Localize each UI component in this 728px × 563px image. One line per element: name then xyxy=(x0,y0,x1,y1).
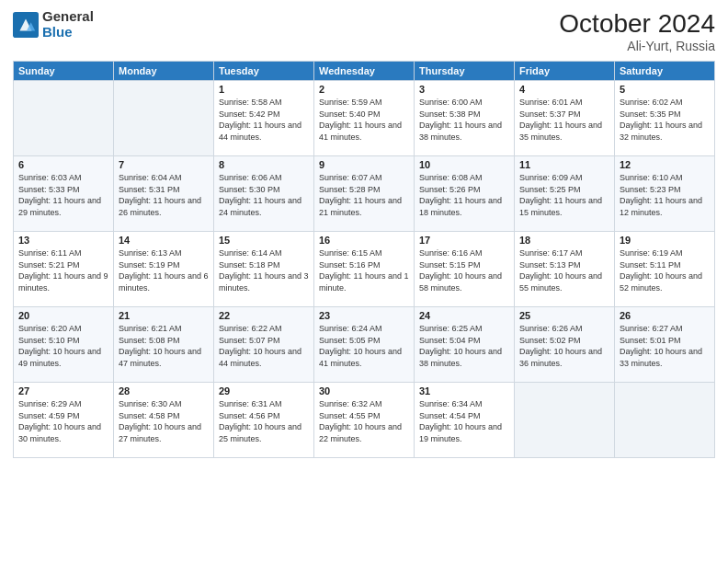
day-number: 17 xyxy=(419,235,509,246)
calendar-table: Sunday Monday Tuesday Wednesday Thursday… xyxy=(13,61,715,458)
day-info: Sunrise: 6:09 AMSunset: 5:25 PMDaylight:… xyxy=(519,172,609,218)
day-cell: 5Sunrise: 6:02 AMSunset: 5:35 PMDaylight… xyxy=(615,81,715,156)
page-header: General Blue October 2024 Ali-Yurt, Russ… xyxy=(13,9,715,53)
day-info: Sunrise: 6:34 AMSunset: 4:54 PMDaylight:… xyxy=(419,398,509,444)
logo-icon xyxy=(13,12,39,38)
logo-blue: Blue xyxy=(42,25,94,40)
day-cell: 1Sunrise: 5:58 AMSunset: 5:42 PMDaylight… xyxy=(214,81,314,156)
day-number: 15 xyxy=(219,235,309,246)
day-cell: 29Sunrise: 6:31 AMSunset: 4:56 PMDayligh… xyxy=(214,383,314,458)
day-info: Sunrise: 6:15 AMSunset: 5:16 PMDaylight:… xyxy=(319,247,409,293)
header-row: Sunday Monday Tuesday Wednesday Thursday… xyxy=(14,62,715,81)
day-number: 18 xyxy=(519,235,609,246)
day-info: Sunrise: 6:02 AMSunset: 5:35 PMDaylight:… xyxy=(620,97,710,143)
day-info: Sunrise: 6:22 AMSunset: 5:07 PMDaylight:… xyxy=(219,323,309,369)
day-cell: 20Sunrise: 6:20 AMSunset: 5:10 PMDayligh… xyxy=(14,307,114,383)
day-number: 19 xyxy=(620,235,710,246)
day-info: Sunrise: 6:31 AMSunset: 4:56 PMDaylight:… xyxy=(219,398,309,444)
day-number: 4 xyxy=(519,84,609,95)
day-info: Sunrise: 6:19 AMSunset: 5:11 PMDaylight:… xyxy=(620,247,710,293)
month-title: October 2024 xyxy=(559,9,715,39)
day-cell: 2Sunrise: 5:59 AMSunset: 5:40 PMDaylight… xyxy=(314,81,415,156)
logo-text: General Blue xyxy=(42,9,94,40)
day-cell: 22Sunrise: 6:22 AMSunset: 5:07 PMDayligh… xyxy=(214,307,314,383)
day-number: 3 xyxy=(419,84,509,95)
day-cell: 15Sunrise: 6:14 AMSunset: 5:18 PMDayligh… xyxy=(214,232,314,307)
day-cell: 3Sunrise: 6:00 AMSunset: 5:38 PMDaylight… xyxy=(415,81,515,156)
day-number: 31 xyxy=(419,385,509,396)
day-info: Sunrise: 6:21 AMSunset: 5:08 PMDaylight:… xyxy=(119,323,209,369)
week-row-2: 6Sunrise: 6:03 AMSunset: 5:33 PMDaylight… xyxy=(14,156,715,232)
day-number: 8 xyxy=(219,159,309,170)
location: Ali-Yurt, Russia xyxy=(559,39,715,53)
day-number: 22 xyxy=(219,310,309,321)
day-info: Sunrise: 6:11 AMSunset: 5:21 PMDaylight:… xyxy=(18,247,108,293)
day-number: 21 xyxy=(119,310,209,321)
col-thursday: Thursday xyxy=(415,62,515,81)
day-number: 23 xyxy=(319,310,409,321)
day-cell: 18Sunrise: 6:17 AMSunset: 5:13 PMDayligh… xyxy=(515,232,615,307)
day-info: Sunrise: 6:04 AMSunset: 5:31 PMDaylight:… xyxy=(119,172,209,218)
calendar-page: General Blue October 2024 Ali-Yurt, Russ… xyxy=(0,0,728,563)
day-number: 29 xyxy=(219,385,309,396)
col-sunday: Sunday xyxy=(14,62,114,81)
day-info: Sunrise: 6:14 AMSunset: 5:18 PMDaylight:… xyxy=(219,247,309,293)
day-number: 12 xyxy=(620,159,710,170)
day-number: 10 xyxy=(419,159,509,170)
day-number: 11 xyxy=(519,159,609,170)
col-tuesday: Tuesday xyxy=(214,62,314,81)
day-cell: 8Sunrise: 6:06 AMSunset: 5:30 PMDaylight… xyxy=(214,156,314,232)
day-info: Sunrise: 6:27 AMSunset: 5:01 PMDaylight:… xyxy=(620,323,710,369)
day-info: Sunrise: 6:17 AMSunset: 5:13 PMDaylight:… xyxy=(519,247,609,293)
day-number: 30 xyxy=(319,385,409,396)
day-number: 28 xyxy=(119,385,209,396)
day-cell: 25Sunrise: 6:26 AMSunset: 5:02 PMDayligh… xyxy=(515,307,615,383)
day-cell xyxy=(14,81,114,156)
day-cell: 30Sunrise: 6:32 AMSunset: 4:55 PMDayligh… xyxy=(314,383,415,458)
day-number: 26 xyxy=(620,310,710,321)
day-cell: 12Sunrise: 6:10 AMSunset: 5:23 PMDayligh… xyxy=(615,156,715,232)
day-info: Sunrise: 6:16 AMSunset: 5:15 PMDaylight:… xyxy=(419,247,509,293)
day-number: 9 xyxy=(319,159,409,170)
day-info: Sunrise: 6:24 AMSunset: 5:05 PMDaylight:… xyxy=(319,323,409,369)
week-row-3: 13Sunrise: 6:11 AMSunset: 5:21 PMDayligh… xyxy=(14,232,715,307)
col-friday: Friday xyxy=(515,62,615,81)
day-info: Sunrise: 6:10 AMSunset: 5:23 PMDaylight:… xyxy=(620,172,710,218)
day-cell xyxy=(615,383,715,458)
col-monday: Monday xyxy=(114,62,214,81)
day-cell: 19Sunrise: 6:19 AMSunset: 5:11 PMDayligh… xyxy=(615,232,715,307)
day-number: 7 xyxy=(119,159,209,170)
day-cell: 27Sunrise: 6:29 AMSunset: 4:59 PMDayligh… xyxy=(14,383,114,458)
day-cell: 28Sunrise: 6:30 AMSunset: 4:58 PMDayligh… xyxy=(114,383,214,458)
day-cell: 4Sunrise: 6:01 AMSunset: 5:37 PMDaylight… xyxy=(515,81,615,156)
day-cell: 31Sunrise: 6:34 AMSunset: 4:54 PMDayligh… xyxy=(415,383,515,458)
day-cell: 10Sunrise: 6:08 AMSunset: 5:26 PMDayligh… xyxy=(415,156,515,232)
logo: General Blue xyxy=(13,9,94,40)
day-cell: 6Sunrise: 6:03 AMSunset: 5:33 PMDaylight… xyxy=(14,156,114,232)
day-number: 2 xyxy=(319,84,409,95)
day-info: Sunrise: 6:20 AMSunset: 5:10 PMDaylight:… xyxy=(18,323,108,369)
day-cell: 9Sunrise: 6:07 AMSunset: 5:28 PMDaylight… xyxy=(314,156,415,232)
day-info: Sunrise: 6:25 AMSunset: 5:04 PMDaylight:… xyxy=(419,323,509,369)
day-number: 24 xyxy=(419,310,509,321)
day-info: Sunrise: 6:13 AMSunset: 5:19 PMDaylight:… xyxy=(119,247,209,293)
day-cell: 11Sunrise: 6:09 AMSunset: 5:25 PMDayligh… xyxy=(515,156,615,232)
day-cell: 16Sunrise: 6:15 AMSunset: 5:16 PMDayligh… xyxy=(314,232,415,307)
day-cell xyxy=(515,383,615,458)
day-cell: 24Sunrise: 6:25 AMSunset: 5:04 PMDayligh… xyxy=(415,307,515,383)
week-row-5: 27Sunrise: 6:29 AMSunset: 4:59 PMDayligh… xyxy=(14,383,715,458)
logo-general: General xyxy=(42,9,94,25)
week-row-1: 1Sunrise: 5:58 AMSunset: 5:42 PMDaylight… xyxy=(14,81,715,156)
day-cell: 13Sunrise: 6:11 AMSunset: 5:21 PMDayligh… xyxy=(14,232,114,307)
day-cell: 7Sunrise: 6:04 AMSunset: 5:31 PMDaylight… xyxy=(114,156,214,232)
day-cell: 21Sunrise: 6:21 AMSunset: 5:08 PMDayligh… xyxy=(114,307,214,383)
col-wednesday: Wednesday xyxy=(314,62,415,81)
day-cell xyxy=(114,81,214,156)
day-number: 14 xyxy=(119,235,209,246)
day-number: 5 xyxy=(620,84,710,95)
col-saturday: Saturday xyxy=(615,62,715,81)
day-info: Sunrise: 6:29 AMSunset: 4:59 PMDaylight:… xyxy=(18,398,108,444)
day-info: Sunrise: 6:26 AMSunset: 5:02 PMDaylight:… xyxy=(519,323,609,369)
day-number: 13 xyxy=(18,235,108,246)
day-number: 16 xyxy=(319,235,409,246)
